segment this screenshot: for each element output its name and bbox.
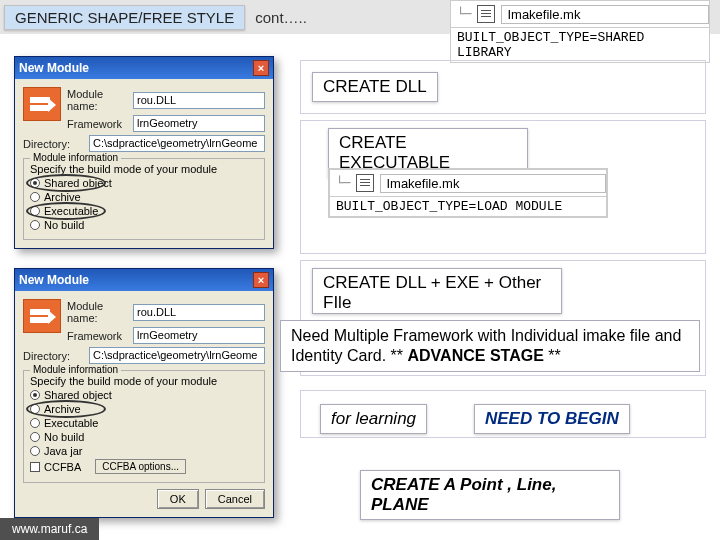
module-arrow-icon [23, 299, 61, 333]
imakefile-name: Imakefile.mk [380, 174, 606, 193]
file-icon [356, 174, 374, 192]
ccfba-options-button[interactable]: CCFBA options... [95, 459, 186, 474]
dialog2-module-info: Module information Specify the build mod… [23, 370, 265, 483]
framework-input[interactable]: lrnGeometry [133, 115, 265, 132]
module-name-label: Module name: [67, 300, 129, 324]
create-point-line-plane-box: CREATE A Point , Line, PLANE [360, 470, 620, 520]
new-module-dialog-2: New Module × Module name: rou.DLL Framew… [14, 268, 274, 518]
build-mode-hint: Specify the build mode of your module [30, 375, 258, 387]
imakefile-snippet-exe: └─ Imakefile.mk BUILT_OBJECT_TYPE=LOAD M… [328, 168, 608, 218]
page-title-box: GENERIC SHAPE/FREE STYLE [4, 5, 245, 30]
framework-label: Framework [67, 330, 129, 342]
radio-java-jar[interactable]: Java jar [30, 445, 258, 457]
continued-label: cont….. [255, 9, 307, 26]
radio-icon [30, 432, 40, 442]
module-arrow-icon [23, 87, 61, 121]
advance-stage-note: Need Multiple Framework with Individual … [280, 320, 700, 372]
dialog2-name-row: Module name: rou.DLL [67, 300, 265, 324]
module-name-label: Module name: [67, 88, 129, 112]
module-name-input[interactable]: rou.DLL [133, 92, 265, 109]
dialog2-dir-row: Directory: C:\sdpractice\geometry\lrnGeo… [23, 347, 265, 364]
ok-button[interactable]: OK [157, 489, 199, 509]
directory-input[interactable]: C:\sdpractice\geometry\lrnGeome [89, 347, 265, 364]
dialog2-fw-row: Framework lrnGeometry [67, 327, 265, 344]
radio-label: Shared object [44, 389, 112, 401]
dialog1-titlebar: New Module × [15, 57, 273, 79]
close-icon[interactable]: × [253, 272, 269, 288]
dialog1-name-row: Module name: rou.DLL [67, 88, 265, 112]
radio-shared-object[interactable]: Shared object [30, 177, 258, 189]
highlight-circle-icon [26, 400, 106, 418]
dialog1-dir-row: Directory: C:\sdpractice\geometry\lrnGeo… [23, 135, 265, 152]
dialog2-title: New Module [19, 273, 89, 287]
radio-label: Java jar [44, 445, 83, 457]
need-to-begin-box: NEED TO BEGIN [474, 404, 630, 434]
for-learning-box: for learning [320, 404, 427, 434]
need-tail: ** [544, 347, 561, 364]
tree-connector: └─ [457, 7, 471, 21]
directory-label: Directory: [23, 138, 85, 150]
radio-ccfba[interactable]: CCFBA CCFBA options... [30, 459, 258, 474]
built-object-type-line: BUILT_OBJECT_TYPE=LOAD MODULE [329, 197, 607, 217]
radio-icon [30, 220, 40, 230]
radio-archive[interactable]: Archive [30, 403, 258, 415]
footer-url: www.maruf.ca [0, 518, 99, 540]
radio-icon [30, 446, 40, 456]
checkbox-icon [30, 462, 40, 472]
advance-stage-label: ADVANCE STAGE [408, 347, 544, 364]
module-name-input[interactable]: rou.DLL [133, 304, 265, 321]
dialog2-titlebar: New Module × [15, 269, 273, 291]
tree-connector: └─ [336, 176, 350, 190]
dialog1-title: New Module [19, 61, 89, 75]
radio-no-build[interactable]: No build [30, 219, 258, 231]
radio-executable[interactable]: Executable [30, 205, 258, 217]
framework-input[interactable]: lrnGeometry [133, 327, 265, 344]
highlight-circle-icon [26, 202, 106, 220]
new-module-dialog-1: New Module × Module name: rou.DLL Framew… [14, 56, 274, 249]
imakefile-snippet-top: └─ Imakefile.mk BUILT_OBJECT_TYPE=SHARED… [450, 0, 710, 63]
radio-icon [30, 192, 40, 202]
tree-row: └─ Imakefile.mk [450, 0, 710, 28]
radio-label: No build [44, 219, 84, 231]
imakefile-name: Imakefile.mk [501, 5, 709, 24]
create-dll-exe-other-box: CREATE DLL + EXE + Other FIle [312, 268, 562, 314]
highlight-circle-icon [26, 174, 106, 192]
radio-label: Executable [44, 417, 98, 429]
close-icon[interactable]: × [253, 60, 269, 76]
radio-no-build[interactable]: No build [30, 431, 258, 443]
directory-input[interactable]: C:\sdpractice\geometry\lrnGeome [89, 135, 265, 152]
radio-label: No build [44, 431, 84, 443]
module-info-title: Module information [30, 364, 121, 375]
dialog2-body: Module name: rou.DLL Framework lrnGeomet… [15, 291, 273, 517]
built-object-type-line: BUILT_OBJECT_TYPE=SHARED LIBRARY [450, 28, 710, 63]
dialog1-fw-row: Framework lrnGeometry [67, 115, 265, 132]
cancel-button[interactable]: Cancel [205, 489, 265, 509]
dialog1-module-info: Module information Specify the build mod… [23, 158, 265, 240]
radio-icon [30, 390, 40, 400]
file-icon [477, 5, 495, 23]
module-info-title: Module information [30, 152, 121, 163]
directory-label: Directory: [23, 350, 85, 362]
dialog1-body: Module name: rou.DLL Framework lrnGeomet… [15, 79, 273, 248]
radio-executable[interactable]: Executable [30, 417, 258, 429]
create-dll-box: CREATE DLL [312, 72, 438, 102]
framework-label: Framework [67, 118, 129, 130]
tree-row: └─ Imakefile.mk [329, 169, 607, 197]
dialog2-buttons: OK Cancel [23, 489, 265, 509]
radio-icon [30, 418, 40, 428]
radio-label: CCFBA [44, 461, 81, 473]
